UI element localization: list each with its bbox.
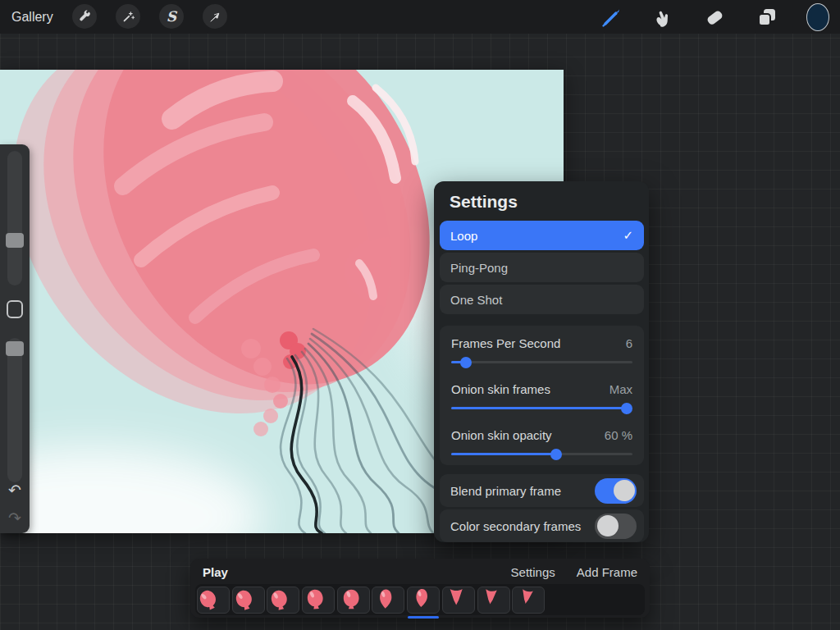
frame-thumbnail[interactable] xyxy=(302,587,335,614)
cloud-bottom-left xyxy=(0,447,262,533)
transform-button[interactable] xyxy=(203,4,227,29)
toggle-knob xyxy=(597,515,619,536)
eraser-tool-button[interactable] xyxy=(703,6,726,29)
color-secondary-frames-toggle[interactable] xyxy=(595,514,637,539)
play-button[interactable]: Play xyxy=(203,565,228,579)
fps-slider[interactable] xyxy=(451,361,632,363)
option-ping-pong-label: Ping-Pong xyxy=(450,261,508,275)
onion-opacity-slider-knob[interactable] xyxy=(550,449,562,460)
fps-slider-row: Frames Per Second 6 xyxy=(451,327,632,373)
onion-opacity-slider[interactable] xyxy=(451,453,632,455)
slider-group: Frames Per Second 6 Onion skin frames Ma… xyxy=(440,326,644,465)
color-swatch-icon xyxy=(806,3,829,31)
frame-balloon-art xyxy=(267,587,299,613)
brush-icon xyxy=(600,7,622,28)
layers-icon xyxy=(756,7,778,28)
onion-opacity-slider-fill xyxy=(451,453,556,455)
timeline-settings-button[interactable]: Settings xyxy=(511,565,555,579)
blend-primary-frame-label: Blend primary frame xyxy=(450,484,561,498)
frame-thumbnail[interactable] xyxy=(267,587,299,614)
onion-frames-slider-row: Onion skin frames Max xyxy=(451,373,632,419)
fps-label: Frames Per Second xyxy=(451,336,560,350)
onion-frames-label: Onion skin frames xyxy=(451,382,550,396)
color-secondary-frames-row: Color secondary frames xyxy=(440,509,644,542)
transform-arrow-icon xyxy=(208,10,222,24)
selection-button[interactable]: S xyxy=(159,4,184,29)
actions-button[interactable] xyxy=(72,4,97,29)
frame-thumbnail[interactable] xyxy=(197,587,230,614)
toggle-knob xyxy=(614,480,635,501)
frame-thumbnail[interactable] xyxy=(512,587,545,614)
onion-opacity-value: 60 % xyxy=(605,428,632,442)
eraser-icon xyxy=(704,7,725,28)
option-one-shot[interactable]: One Shot xyxy=(440,285,644,314)
onion-frames-slider-knob[interactable] xyxy=(621,403,632,414)
frame-balloon-art xyxy=(233,587,264,613)
selection-s-icon: S xyxy=(167,8,176,25)
onion-frames-slider[interactable] xyxy=(451,407,632,409)
onion-opacity-label: Onion skin opacity xyxy=(451,428,552,442)
brush-size-slider[interactable] xyxy=(7,151,22,285)
color-secondary-frames-label: Color secondary frames xyxy=(450,519,581,533)
animation-settings-panel: Settings Loop ✓ Ping-Pong One Shot Frame… xyxy=(434,181,649,542)
onion-opacity-slider-row: Onion skin opacity 60 % xyxy=(451,419,632,465)
smudge-tool-button[interactable] xyxy=(651,6,674,29)
layers-button[interactable] xyxy=(756,6,778,29)
wrench-icon xyxy=(78,10,92,24)
brush-tool-button[interactable] xyxy=(600,6,623,29)
frame-thumbnail[interactable] xyxy=(337,587,370,614)
option-one-shot-label: One Shot xyxy=(450,293,502,307)
blend-primary-frame-row: Blend primary frame xyxy=(440,474,644,507)
frame-thumbnail[interactable] xyxy=(442,587,475,614)
option-loop-label: Loop xyxy=(450,229,477,243)
frame-thumbnail[interactable] xyxy=(407,587,440,614)
frame-balloon-art xyxy=(408,587,439,613)
magic-wand-icon xyxy=(121,10,135,24)
brush-size-handle[interactable] xyxy=(6,233,24,248)
fps-slider-knob[interactable] xyxy=(460,357,472,368)
frame-balloon-art xyxy=(443,587,474,613)
frame-balloon-art xyxy=(303,587,334,613)
frame-thumbnail[interactable] xyxy=(477,587,510,614)
frame-balloon-art xyxy=(372,587,404,613)
blend-primary-frame-toggle[interactable] xyxy=(595,478,637,504)
add-frame-button[interactable]: Add Frame xyxy=(577,565,637,579)
brush-opacity-slider[interactable] xyxy=(7,338,22,482)
frame-balloon-art xyxy=(478,587,509,613)
option-ping-pong[interactable]: Ping-Pong xyxy=(440,253,644,282)
brush-opacity-handle[interactable] xyxy=(6,341,24,356)
selected-frame-indicator xyxy=(408,616,439,619)
modify-button[interactable] xyxy=(7,300,23,318)
frame-balloon-art xyxy=(198,587,229,613)
undo-button[interactable]: ↶ xyxy=(0,482,30,498)
checkmark-icon: ✓ xyxy=(623,228,633,243)
option-loop[interactable]: Loop ✓ xyxy=(440,221,644,250)
gallery-button[interactable]: Gallery xyxy=(11,10,53,25)
onion-frames-slider-fill xyxy=(451,407,627,409)
timeline-header: Play Settings Add Frame xyxy=(190,559,650,583)
redo-button[interactable]: ↷ xyxy=(0,510,30,526)
smudge-icon xyxy=(652,7,673,28)
onion-frames-value: Max xyxy=(609,382,632,396)
brush-sidebar: ↶ ↷ xyxy=(0,144,30,533)
color-button[interactable] xyxy=(806,6,829,29)
frame-thumbnail[interactable] xyxy=(232,587,265,614)
settings-panel-title: Settings xyxy=(450,192,518,212)
frame-thumbnail[interactable] xyxy=(372,587,404,614)
frame-strip xyxy=(195,584,645,615)
frame-balloon-art xyxy=(513,587,544,613)
loop-mode-options: Loop ✓ Ping-Pong One Shot xyxy=(440,221,644,317)
adjustments-button[interactable] xyxy=(116,4,140,29)
frame-balloon-art xyxy=(338,587,369,613)
animation-timeline: Play Settings Add Frame xyxy=(190,559,650,618)
top-toolbar: Gallery S xyxy=(0,0,840,34)
fps-value: 6 xyxy=(626,336,632,350)
